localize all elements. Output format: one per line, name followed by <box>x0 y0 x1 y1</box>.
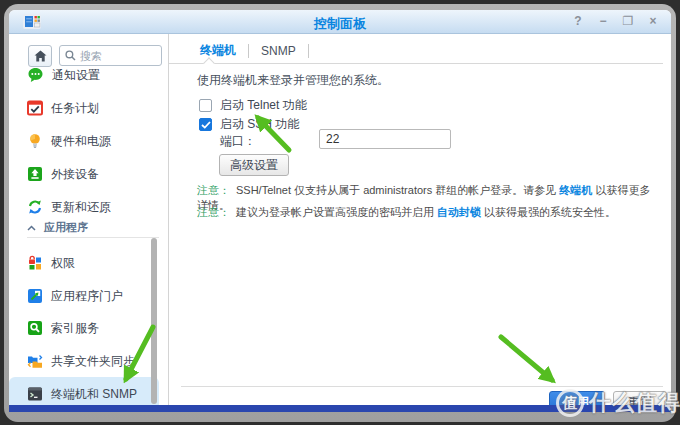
telnet-label: 启动 Telnet 功能 <box>220 97 307 114</box>
divider <box>181 386 663 387</box>
intro-text: 使用终端机来登录并管理您的系统。 <box>197 72 389 89</box>
sidebar-item-application-portal[interactable]: 应用程序门户 <box>9 283 159 309</box>
tab-terminal[interactable]: 终端机 <box>188 42 248 59</box>
search-input[interactable] <box>80 50 150 62</box>
terminal-snmp-icon <box>27 386 43 402</box>
sidebar-item-label: 更新和还原 <box>51 199 111 216</box>
window-bottom-accent <box>9 405 671 412</box>
sidebar-item-label: 硬件和电源 <box>51 133 111 150</box>
divider <box>308 44 309 58</box>
task-scheduler-icon <box>27 100 43 116</box>
check-icon <box>201 121 211 129</box>
note-password: 注意：建议为登录帐户设置高强度的密码并启用 自动封锁 以获得最强的系统安全性。 <box>197 205 657 220</box>
sidebar-item-update-restore[interactable]: 更新和还原 <box>9 194 159 220</box>
control-panel-window: 控制面板 ? − ❐ × 通知设置 任务计划 <box>9 10 671 412</box>
screen: 控制面板 ? − ❐ × 通知设置 任务计划 <box>0 0 680 425</box>
port-input[interactable] <box>319 129 451 149</box>
sidebar-item-label: 索引服务 <box>51 320 99 337</box>
hardware-power-icon <box>27 133 43 149</box>
indexing-service-icon <box>27 320 43 336</box>
sidebar-item-label: 外接设备 <box>51 166 99 183</box>
sidebar-item-label: 终端机和 SNMP <box>51 386 137 403</box>
ssh-label: 启动 SSH 功能 <box>220 116 299 133</box>
sidebar: 通知设置 任务计划 硬件和电源 外接设备 更新和还原 应用程序 <box>9 34 168 406</box>
sidebar-item-hardware-power[interactable]: 硬件和电源 <box>9 128 159 154</box>
maximize-icon[interactable]: ❐ <box>620 13 636 29</box>
sidebar-section-applications[interactable]: 应用程序 <box>27 220 157 235</box>
tab-bar: 终端机 SNMP <box>188 42 309 59</box>
tab-snmp[interactable]: SNMP <box>249 44 308 58</box>
notification-icon <box>27 67 44 83</box>
help-icon[interactable]: ? <box>570 13 586 29</box>
telnet-checkbox[interactable] <box>199 99 212 112</box>
sidebar-item-task-scheduler[interactable]: 任务计划 <box>9 95 159 121</box>
ssh-checkbox-row: 启动 SSH 功能 <box>199 116 299 133</box>
port-label: 端口： <box>220 133 256 150</box>
advanced-settings-button[interactable]: 高级设置 <box>219 154 289 176</box>
divider <box>169 63 663 64</box>
auto-block-link[interactable]: 自动封锁 <box>437 206 481 218</box>
shared-folder-sync-icon <box>27 353 43 369</box>
sidebar-item-shared-folder-sync[interactable]: 共享文件夹同步 <box>9 348 159 374</box>
chevron-up-icon <box>27 225 36 231</box>
telnet-checkbox-row: 启动 Telnet 功能 <box>199 97 307 114</box>
home-icon <box>34 50 47 62</box>
sidebar-item-label: 通知设置 <box>52 67 100 84</box>
sidebar-scrollbar[interactable] <box>151 238 157 404</box>
terminal-link[interactable]: 终端机 <box>559 184 592 196</box>
active-tab-notch <box>203 57 214 68</box>
update-restore-icon <box>27 199 43 215</box>
divider <box>27 237 159 238</box>
main-panel: 终端机 SNMP 使用终端机来登录并管理您的系统。 启动 Telnet 功能 启… <box>169 34 671 406</box>
sidebar-item-privileges[interactable]: 权限 <box>9 250 159 276</box>
sidebar-item-label: 权限 <box>51 255 75 272</box>
sidebar-item-notifications[interactable]: 通知设置 <box>9 62 159 88</box>
sidebar-item-label: 任务计划 <box>51 100 99 117</box>
close-icon[interactable]: × <box>645 13 661 29</box>
sidebar-item-indexing-service[interactable]: 索引服务 <box>9 315 159 341</box>
sidebar-item-label: 共享文件夹同步 <box>51 353 135 370</box>
external-devices-icon <box>27 166 43 182</box>
privileges-icon <box>27 255 43 271</box>
titlebar[interactable]: 控制面板 ? − ❐ × <box>9 10 671 34</box>
sidebar-item-external-devices[interactable]: 外接设备 <box>9 161 159 187</box>
search-icon <box>65 50 76 61</box>
minimize-icon[interactable]: − <box>595 13 611 29</box>
sidebar-item-label: 应用程序门户 <box>51 288 123 305</box>
application-portal-icon <box>27 288 43 304</box>
ssh-checkbox[interactable] <box>199 118 212 131</box>
